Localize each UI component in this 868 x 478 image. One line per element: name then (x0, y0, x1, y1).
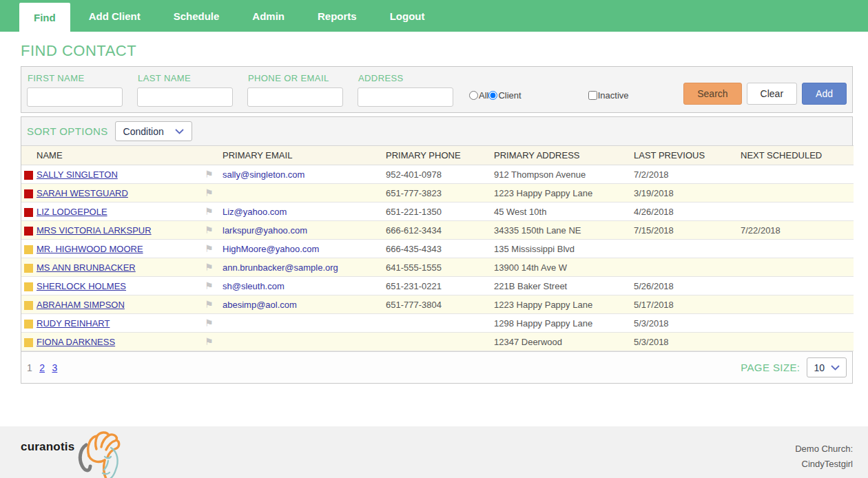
nav-tab[interactable]: Find (19, 3, 70, 32)
client-name-link[interactable]: RUDY REINHART (37, 318, 110, 329)
address-cell: 1223 Happy Pappy Lane (491, 295, 631, 314)
flag-icon[interactable]: ⚑ (205, 336, 214, 347)
scope-radio-label: Client (498, 90, 521, 101)
text-input[interactable] (247, 87, 343, 107)
condition-indicator (24, 301, 33, 310)
org-label: Demo Church: (795, 441, 853, 457)
nav-tab[interactable]: Add Client (74, 0, 155, 32)
page-size-select[interactable]: 10 (807, 357, 847, 377)
client-name-link[interactable]: ABRAHAM SIMPSON (37, 300, 125, 310)
client-name-link[interactable]: FIONA DARKNESS (37, 337, 115, 347)
scope-radio-input[interactable] (488, 91, 497, 100)
chevron-down-icon (175, 129, 184, 134)
page-link[interactable]: 3 (52, 362, 58, 373)
col-primary-email: PRIMARY EMAIL (220, 146, 383, 165)
scope-radio-input[interactable] (469, 91, 478, 100)
nav-tab[interactable]: Admin (238, 0, 299, 32)
content-spacer (0, 384, 868, 426)
flag-cell: ⚑ (202, 314, 220, 333)
next-scheduled-date: 7/22/2018 (741, 225, 781, 236)
email-cell: ann.brunbacker@sample.org (220, 258, 383, 277)
address-cell: 45 West 10th (491, 202, 631, 221)
client-name-link[interactable]: LIZ LODGEPOLE (37, 207, 107, 217)
next-scheduled-cell (738, 240, 854, 258)
scope-radio[interactable]: Client (488, 90, 521, 101)
flag-cell: ⚑ (202, 184, 220, 202)
email-cell: sh@sleuth.com (220, 277, 383, 295)
page: Find Add Client Schedule Admin Reports L… (0, 0, 868, 478)
flag-icon[interactable]: ⚑ (205, 243, 214, 254)
page-size-value: 10 (814, 362, 825, 373)
flag-icon[interactable]: ⚑ (205, 169, 214, 180)
field-label: FIRST NAME (28, 73, 123, 83)
nav-tab[interactable]: Logout (375, 0, 440, 32)
search-field: FIRST NAME (27, 72, 123, 107)
flag-icon[interactable]: ⚑ (205, 206, 214, 217)
session-info: Demo Church: CindyTestgirl (795, 441, 853, 472)
sort-condition-select[interactable]: Condition (115, 121, 192, 141)
last-previous-date: 5/3/2018 (634, 318, 669, 329)
search-button[interactable]: Search (683, 83, 741, 105)
primary-phone: 641-555-1555 (386, 262, 442, 273)
next-scheduled-cell (738, 165, 854, 184)
client-name-link[interactable]: SALLY SINGLETON (37, 169, 118, 180)
col-name: NAME (34, 146, 202, 165)
text-input[interactable] (137, 87, 233, 107)
flag-icon[interactable]: ⚑ (205, 318, 214, 329)
text-input[interactable] (358, 87, 453, 107)
page-size-group: PAGE SIZE: 10 (741, 357, 847, 377)
nav-tab[interactable]: Schedule (159, 0, 234, 32)
name-cell: MRS VICTORIA LARKSPUR (34, 221, 202, 240)
flag-icon[interactable]: ⚑ (205, 262, 214, 273)
table-header-row: NAME PRIMARY EMAIL PRIMARY PHONE PRIMARY… (21, 146, 854, 165)
inactive-checkbox-input[interactable] (588, 91, 597, 100)
client-name-link[interactable]: SARAH WESTGUARD (37, 188, 128, 198)
flag-icon[interactable]: ⚑ (205, 225, 214, 236)
address-cell: 1298 Happy Pappy Lane (491, 314, 631, 333)
condition-cell (21, 240, 34, 258)
primary-phone: 651-231-0221 (386, 281, 442, 291)
primary-address: 912 Thompson Avenue (494, 169, 586, 180)
last-previous-date: 5/26/2018 (634, 281, 674, 291)
text-input[interactable] (27, 87, 123, 107)
page-link[interactable]: 2 (39, 362, 45, 373)
clear-button[interactable]: Clear (747, 83, 797, 105)
page-link[interactable]: 1 (27, 362, 32, 373)
primary-phone: 651-777-3804 (386, 300, 442, 310)
client-name-link[interactable]: MS ANN BRUNBACKER (37, 262, 136, 273)
primary-address: 13900 14th Ave W (494, 262, 567, 273)
address-cell: 1223 Happy Pappy Lane (491, 184, 631, 202)
email-cell (220, 184, 383, 202)
top-nav: Find Add Client Schedule Admin Reports L… (0, 0, 868, 32)
nav-tab[interactable]: Reports (303, 0, 371, 32)
condition-indicator (24, 208, 33, 217)
flag-cell: ⚑ (202, 221, 220, 240)
name-cell: SALLY SINGLETON (34, 165, 202, 184)
flag-icon[interactable]: ⚑ (205, 187, 214, 198)
primary-address: 12347 Deerwood (494, 337, 562, 347)
flag-icon[interactable]: ⚑ (205, 299, 214, 310)
inactive-checkbox[interactable]: Inactive (588, 90, 629, 101)
footer: curanotis Demo (0, 426, 868, 478)
form-buttons: Search Clear Add (683, 83, 847, 105)
primary-address: 1298 Happy Pappy Lane (494, 318, 592, 329)
client-name-link[interactable]: MRS VICTORIA LARKSPUR (37, 225, 152, 236)
primary-email: larkspur@yahoo.com (223, 225, 307, 236)
table-row: MS ANN BRUNBACKER ⚑ ann.brunbacker@sampl… (21, 258, 854, 277)
last-previous-date: 5/3/2018 (634, 337, 669, 347)
nav-tab-label: Schedule (174, 10, 220, 22)
condition-indicator (24, 282, 33, 291)
last-previous-date: 4/26/2018 (634, 207, 674, 217)
last-previous-cell: 7/15/2018 (631, 221, 738, 240)
search-fields: FIRST NAME LAST NAME PHONE OR EMAIL ADDR… (27, 72, 468, 107)
address-cell: 912 Thompson Avenue (491, 165, 631, 184)
logo-hand-face-icon (76, 430, 127, 478)
last-previous-cell: 5/3/2018 (631, 333, 738, 351)
client-name-link[interactable]: MR. HIGHWOOD MOORE (37, 244, 143, 254)
scope-radio[interactable]: All (469, 90, 488, 101)
flag-icon[interactable]: ⚑ (205, 280, 214, 291)
address-cell: 221B Baker Street (491, 277, 631, 295)
primary-email: Liz@yahoo.com (223, 207, 287, 217)
add-button[interactable]: Add (802, 83, 847, 105)
client-name-link[interactable]: SHERLOCK HOLMES (37, 281, 126, 291)
